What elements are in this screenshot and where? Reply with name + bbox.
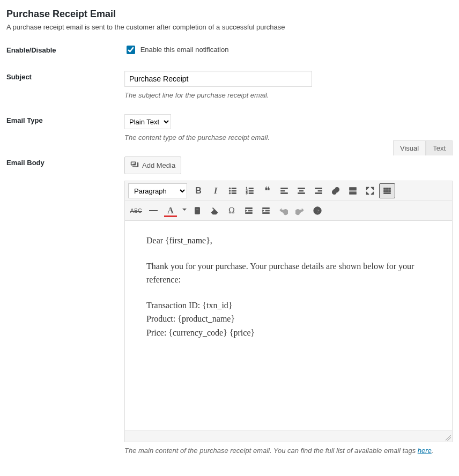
svg-rect-17 <box>298 193 305 194</box>
row-subject: Subject The subject line for the purchas… <box>6 71 453 99</box>
align-left-button[interactable] <box>276 183 292 198</box>
svg-rect-25 <box>386 188 388 190</box>
row-enable: Enable/Disable Enable this email notific… <box>6 44 453 56</box>
svg-rect-24 <box>384 188 386 190</box>
text-color-button[interactable]: A <box>162 203 179 218</box>
enable-label: Enable/Disable <box>6 44 124 54</box>
svg-rect-35 <box>248 210 252 211</box>
svg-point-2 <box>229 190 231 192</box>
text-color-dropdown[interactable] <box>180 203 188 218</box>
email-type-select[interactable]: Plain Text <box>124 114 171 129</box>
toolbar-toggle-button[interactable] <box>379 183 395 198</box>
link-button[interactable] <box>328 183 344 198</box>
body-paragraph: Thank you for your purchase. Your purcha… <box>146 259 431 287</box>
svg-rect-37 <box>263 208 270 209</box>
editor-toolbar-1: Paragraph B I 123 ❝ <box>125 181 452 201</box>
help-button[interactable]: ? <box>309 203 325 218</box>
svg-rect-22 <box>350 191 357 191</box>
svg-rect-21 <box>350 188 357 190</box>
email-type-label: Email Type <box>6 114 124 124</box>
fullscreen-button[interactable] <box>362 183 378 198</box>
svg-text:T: T <box>196 209 199 214</box>
bullet-list-button[interactable] <box>225 183 241 198</box>
editor-statusbar <box>125 430 452 442</box>
svg-rect-13 <box>281 190 285 191</box>
svg-rect-14 <box>281 193 288 194</box>
hr-button[interactable] <box>145 203 161 218</box>
svg-rect-30 <box>384 193 391 194</box>
svg-rect-16 <box>299 190 303 191</box>
align-right-button[interactable] <box>310 183 327 198</box>
svg-rect-9 <box>249 190 253 191</box>
enable-checkbox[interactable] <box>127 46 135 54</box>
svg-text:?: ? <box>316 208 320 214</box>
svg-rect-19 <box>318 190 322 191</box>
email-body-help: The main content of the purchase receipt… <box>124 447 453 455</box>
add-media-label: Add Media <box>142 161 175 169</box>
svg-rect-36 <box>246 213 253 214</box>
subject-label: Subject <box>6 71 124 81</box>
svg-rect-18 <box>315 188 322 189</box>
svg-rect-3 <box>232 190 236 191</box>
read-more-button[interactable] <box>345 183 361 198</box>
clear-formatting-button[interactable] <box>206 203 223 218</box>
svg-rect-26 <box>389 188 391 190</box>
email-body-label: Email Body <box>6 157 124 167</box>
page-title: Purchase Receipt Email <box>6 9 453 20</box>
svg-rect-39 <box>263 213 270 214</box>
enable-checkbox-label: Enable this email notification <box>140 46 229 54</box>
body-paragraph: Dear {first_name}, <box>146 234 431 248</box>
svg-point-4 <box>229 192 231 194</box>
outdent-button[interactable] <box>241 203 257 218</box>
body-paragraph: Transaction ID: {txn_id} Product: {produ… <box>146 299 431 340</box>
strikethrough-button[interactable]: ABC <box>128 203 144 218</box>
row-email-body: Email Body Add Media Visual Text Paragra… <box>6 157 453 455</box>
svg-rect-27 <box>384 190 386 192</box>
number-list-button[interactable]: 123 <box>242 183 258 198</box>
tab-text[interactable]: Text <box>426 140 453 155</box>
svg-point-0 <box>229 188 231 189</box>
svg-rect-15 <box>298 188 305 189</box>
svg-rect-1 <box>232 188 236 189</box>
editor-toolbar-2: ABC A T Ω ? <box>125 201 452 221</box>
svg-rect-29 <box>389 190 391 192</box>
format-select[interactable]: Paragraph <box>128 183 187 198</box>
svg-rect-12 <box>281 188 288 189</box>
bold-button[interactable]: B <box>190 183 206 198</box>
special-char-button[interactable]: Ω <box>224 203 240 218</box>
page-description: A purchase receipt email is sent to the … <box>6 23 453 31</box>
svg-rect-7 <box>249 188 253 189</box>
editor-content[interactable]: Dear {first_name}, Thank you for your pu… <box>125 221 452 430</box>
tab-visual[interactable]: Visual <box>393 140 426 155</box>
subject-help: The subject line for the purchase receip… <box>124 91 453 99</box>
align-center-button[interactable] <box>293 183 309 198</box>
email-tags-link[interactable]: here <box>418 447 432 455</box>
redo-button[interactable] <box>292 203 308 218</box>
svg-rect-11 <box>249 193 253 194</box>
svg-rect-34 <box>246 208 253 209</box>
undo-button[interactable] <box>275 203 291 218</box>
blockquote-button[interactable]: ❝ <box>259 183 275 198</box>
row-email-type: Email Type Plain Text The content type o… <box>6 114 453 142</box>
editor-container: Paragraph B I 123 ❝ ABC A <box>124 181 453 442</box>
paste-text-button[interactable]: T <box>189 203 205 218</box>
enable-checkbox-wrap[interactable]: Enable this email notification <box>124 45 228 53</box>
media-icon <box>130 160 139 170</box>
subject-input[interactable] <box>124 71 312 87</box>
svg-rect-28 <box>386 190 388 192</box>
indent-button[interactable] <box>258 203 274 218</box>
add-media-button[interactable]: Add Media <box>124 157 181 174</box>
svg-rect-20 <box>315 193 322 194</box>
svg-rect-5 <box>232 193 236 194</box>
svg-rect-38 <box>265 210 269 211</box>
italic-button[interactable]: I <box>208 183 224 198</box>
svg-rect-23 <box>350 192 357 195</box>
svg-text:3: 3 <box>246 191 248 195</box>
